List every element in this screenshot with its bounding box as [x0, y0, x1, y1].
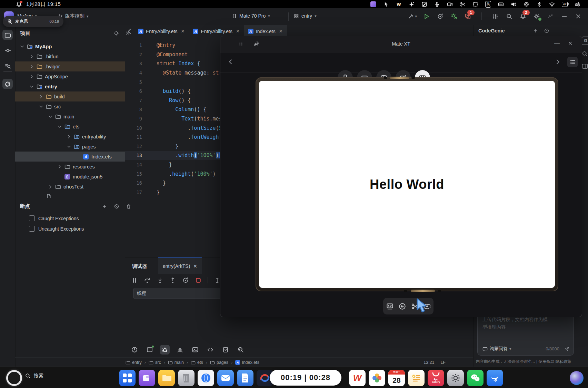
- emulator-window[interactable]: Mate XT — Hello World: [220, 36, 582, 317]
- caret-cur-icon[interactable]: [214, 277, 221, 284]
- toolwindow-clip-check-icon[interactable]: [221, 345, 230, 355]
- dock-search[interactable]: 搜索: [25, 373, 43, 379]
- close-tab-icon[interactable]: ✕: [181, 29, 185, 34]
- debug-arrow-button[interactable]: [449, 12, 458, 21]
- dock-app-trash[interactable]: [178, 370, 195, 386]
- sliders-h-icon[interactable]: [575, 1, 580, 7]
- sliders-v-button[interactable]: [491, 12, 500, 21]
- debugger-session-tab[interactable]: entry(ArkTS)✕: [158, 258, 202, 274]
- close-button[interactable]: [574, 12, 582, 21]
- step-over-icon[interactable]: [144, 277, 151, 284]
- right-search-icon[interactable]: [581, 50, 588, 57]
- codegenie-tool-icon[interactable]: G: [581, 37, 588, 45]
- close-tab-icon[interactable]: ✕: [279, 29, 283, 34]
- close-session-icon[interactable]: ✕: [193, 263, 197, 269]
- codegenie-new-chat-icon[interactable]: [533, 28, 538, 33]
- keyboard-icon[interactable]: [498, 1, 504, 7]
- tree-item-main[interactable]: main: [15, 111, 125, 122]
- activity-find-list-icon[interactable]: [2, 61, 13, 71]
- codegenie-history-icon[interactable]: [544, 28, 549, 33]
- emulator-titlebar[interactable]: Mate XT —: [220, 36, 582, 52]
- play-button[interactable]: [422, 12, 431, 21]
- tree-item-Index.ets[interactable]: AIndex.ets: [15, 152, 125, 162]
- tree-item-entry[interactable]: entry: [15, 81, 125, 91]
- send-icon[interactable]: [564, 346, 569, 351]
- scissors-icon[interactable]: [460, 1, 466, 7]
- crop-dash-icon[interactable]: [472, 1, 478, 7]
- pause-icon[interactable]: [131, 277, 138, 284]
- dock-app-dingtalk[interactable]: [487, 370, 503, 386]
- caught-exceptions-checkbox[interactable]: [29, 215, 35, 221]
- activity-commit-icon[interactable]: [2, 45, 13, 56]
- tree-item-entryability[interactable]: entryability: [15, 132, 125, 142]
- lang-en-icon[interactable]: 英: [485, 1, 491, 7]
- hammer-button[interactable]: ▾: [408, 12, 417, 21]
- dock-launcher-ring-icon[interactable]: [6, 370, 22, 386]
- breadcrumb-main[interactable]: main: [168, 360, 184, 365]
- activity-ring-logo-icon[interactable]: [2, 79, 13, 89]
- device-screen[interactable]: Hello World: [259, 81, 555, 288]
- terms-links[interactable]: 使用条款 隐私政策: [538, 359, 571, 363]
- siri-icon[interactable]: [570, 371, 584, 385]
- uncaught-exceptions-checkbox[interactable]: [29, 226, 35, 232]
- bluetooth-icon[interactable]: [536, 1, 542, 7]
- tab-scroll-left-icon[interactable]: [125, 25, 134, 38]
- toolwindow-diamond-code-icon[interactable]: [206, 345, 215, 355]
- toolwindow-box-dot-icon[interactable]: [145, 345, 155, 355]
- dock-timer-pill[interactable]: 00:19 | 00:28: [270, 370, 341, 386]
- device-selector[interactable]: Mate 70 Pro▾: [232, 13, 270, 19]
- close-tab-icon[interactable]: ✕: [236, 29, 240, 34]
- toolwindow-search-code-icon[interactable]: [236, 345, 246, 355]
- star-ai-icon[interactable]: [409, 1, 415, 7]
- dock-app-wps[interactable]: W: [349, 370, 366, 386]
- nav-back-icon[interactable]: [227, 58, 234, 65]
- breadcrumb-entry[interactable]: entry: [126, 360, 142, 365]
- notification-bell-icon[interactable]: [16, 1, 22, 7]
- activity-folder-icon[interactable]: [2, 30, 13, 40]
- device-list-icon[interactable]: [567, 57, 578, 67]
- profiler-button[interactable]: 1: [463, 12, 472, 21]
- model-selector[interactable]: 鸿蒙问答: [490, 346, 508, 352]
- kbd-code-icon[interactable]: [386, 302, 394, 310]
- attach-button[interactable]: [546, 12, 555, 21]
- circle-o-icon[interactable]: [524, 1, 529, 7]
- run-config-selector[interactable]: entry▾: [294, 13, 317, 19]
- dock-app-gallery[interactable]: AppGallery: [428, 370, 444, 386]
- tree-item-MyApp[interactable]: MyApp: [15, 41, 125, 51]
- breadcrumb-pages[interactable]: pages: [210, 360, 228, 365]
- cam-vid-icon[interactable]: [447, 1, 453, 7]
- dock-app-gear[interactable]: [447, 370, 464, 386]
- breadcrumb-src[interactable]: src: [149, 360, 161, 365]
- right-panel-icon[interactable]: [581, 63, 588, 70]
- wifi-icon[interactable]: [549, 1, 555, 7]
- dock-app-docs[interactable]: [237, 370, 253, 386]
- add-breakpoint-icon[interactable]: [101, 203, 108, 210]
- emulator-close-icon[interactable]: [567, 40, 573, 46]
- dock-app-photos[interactable]: [369, 370, 385, 386]
- breadcrumb-ets[interactable]: ets: [191, 360, 203, 365]
- dock-app-windows[interactable]: [139, 370, 155, 386]
- bell-button[interactable]: 2: [518, 12, 527, 21]
- speaker-icon[interactable]: [511, 1, 517, 7]
- tree-item-ohosTest[interactable]: ohosTest: [15, 182, 125, 192]
- nav-forward-icon[interactable]: [554, 58, 561, 65]
- toolwindow-alert-circ-icon[interactable]: [130, 345, 139, 355]
- wps-w-icon[interactable]: W: [396, 1, 402, 7]
- menubar-datetime[interactable]: 1月28日 19:15: [26, 1, 61, 8]
- breadcrumb-Index.ets[interactable]: AIndex.ets: [235, 360, 259, 365]
- tree-item-module.json5[interactable]: {}module.json5: [15, 172, 125, 182]
- rerun-debug-button[interactable]: [436, 12, 445, 21]
- caught-exceptions-row[interactable]: Caught Exceptions: [29, 215, 79, 221]
- locate-file-icon[interactable]: [113, 30, 120, 37]
- tree-item-clipped[interactable]: [15, 192, 125, 198]
- battery-icon[interactable]: 47: [562, 1, 568, 7]
- note-edit-icon[interactable]: [421, 1, 427, 7]
- tree-item-ets[interactable]: ets: [15, 122, 125, 132]
- threads-dropdown[interactable]: 线程▾: [133, 288, 226, 299]
- line-ending[interactable]: LF: [440, 360, 446, 365]
- rerun-debug-icon[interactable]: [182, 277, 189, 284]
- toolwindow-bug-lines-icon[interactable]: [175, 345, 185, 355]
- dock-app-wechat[interactable]: [467, 370, 484, 386]
- stop-icon[interactable]: [195, 277, 202, 284]
- toolwindow-terminal-icon[interactable]: [190, 345, 200, 355]
